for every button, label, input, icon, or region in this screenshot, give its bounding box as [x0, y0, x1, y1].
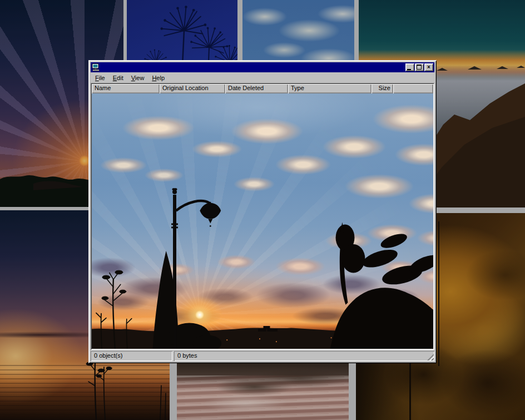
- file-list-view[interactable]: Name Original Location Date Deleted Type…: [91, 83, 434, 350]
- title-bar[interactable]: ×: [91, 62, 434, 72]
- status-objects: 0 object(s): [91, 351, 172, 361]
- menu-edit[interactable]: Edit: [109, 73, 127, 82]
- minimize-button[interactable]: [405, 63, 414, 71]
- status-bytes: 0 bytes: [174, 351, 434, 361]
- lamp-head: [200, 203, 221, 219]
- right-tree-group: [330, 222, 433, 349]
- desktop: × File Edit View Help Name Original Loca…: [0, 0, 525, 420]
- column-header-date-deleted[interactable]: Date Deleted: [225, 84, 288, 93]
- maximize-button[interactable]: [415, 63, 424, 71]
- left-sapling-trees: [96, 270, 132, 349]
- menu-bar: File Edit View Help: [91, 72, 434, 83]
- resize-grip[interactable]: [427, 354, 434, 360]
- recycle-bin-window: × File Edit View Help Name Original Loca…: [88, 60, 437, 363]
- column-header-name[interactable]: Name: [92, 84, 160, 93]
- silhouette-scene: [92, 93, 433, 349]
- listview-background-photo: [92, 93, 433, 349]
- menu-view[interactable]: View: [127, 73, 148, 82]
- column-header-type[interactable]: Type: [288, 84, 372, 93]
- column-header-original-location[interactable]: Original Location: [160, 84, 225, 93]
- status-bar: 0 object(s) 0 bytes: [91, 351, 434, 361]
- status-bytes-text: 0 bytes: [177, 352, 197, 359]
- close-button[interactable]: ×: [424, 63, 433, 71]
- menu-help[interactable]: Help: [148, 73, 169, 82]
- column-header-blank[interactable]: [393, 84, 433, 93]
- minimize-icon: [407, 69, 411, 70]
- menu-file[interactable]: File: [91, 73, 109, 82]
- computer-icon[interactable]: [92, 63, 100, 71]
- close-icon: ×: [427, 65, 430, 70]
- maximize-icon: [417, 65, 422, 70]
- column-header-row: Name Original Location Date Deleted Type…: [92, 84, 433, 93]
- column-header-size[interactable]: Size: [372, 84, 393, 93]
